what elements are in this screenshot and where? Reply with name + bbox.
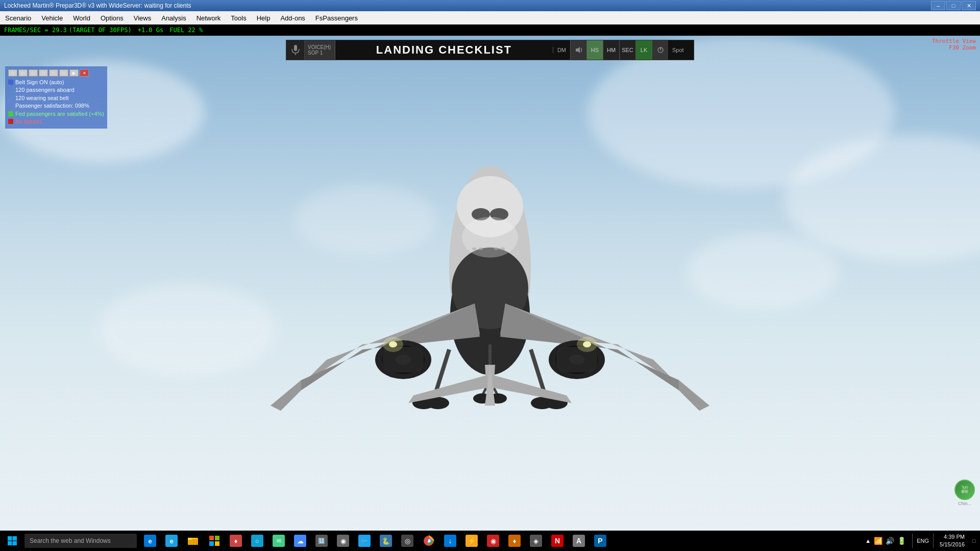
taskbar-ie-icon[interactable]: e xyxy=(161,531,182,551)
tray-battery-icon[interactable]: 🔋 xyxy=(896,536,907,546)
svg-rect-53 xyxy=(8,541,12,546)
corner-label: Throttle View F30 Zoom xyxy=(932,38,976,51)
svg-marker-48 xyxy=(576,47,580,53)
checklist-speaker-icon[interactable] xyxy=(570,40,586,60)
taskbar-bird-icon[interactable]: 🐦 xyxy=(354,531,375,551)
taskbar: e e ♦ ○ ✉ ☁ 🔢 xyxy=(0,531,980,551)
fuel-display: FUEL 22 % xyxy=(169,27,203,34)
fsp-indicator-1 xyxy=(8,80,13,85)
svg-rect-61 xyxy=(215,541,219,546)
svg-rect-52 xyxy=(13,536,17,541)
checklist-voice: VOICE(H) SOP 1 xyxy=(305,40,335,60)
minimize-button[interactable]: – xyxy=(931,1,945,10)
taskbar-app7-icon[interactable]: ✉ xyxy=(268,531,289,551)
menu-world[interactable]: World xyxy=(68,11,95,24)
social-widget: 飞行赛联 Chin... xyxy=(949,478,980,508)
notification-area-button[interactable]: □ xyxy=(971,531,977,551)
svg-point-39 xyxy=(577,337,597,352)
taskbar-tray: ▲ 📶 🔊 🔋 xyxy=(861,536,910,546)
taskbar-cloud-icon[interactable]: ☁ xyxy=(290,531,310,551)
fsp-btn-6[interactable]: □ xyxy=(59,69,68,77)
search-input[interactable] xyxy=(24,534,137,548)
menu-scenario[interactable]: Scenario xyxy=(0,11,36,24)
svg-rect-54 xyxy=(13,541,17,546)
svg-rect-51 xyxy=(8,536,12,541)
fsp-btn-7[interactable]: ▶ xyxy=(69,69,79,77)
menu-fspassengers[interactable]: FsPassengers xyxy=(310,11,363,24)
checklist-btn-hm[interactable]: HM xyxy=(603,40,619,60)
menu-analysis[interactable]: Analysis xyxy=(156,11,191,24)
taskbar-lightning-icon[interactable]: ⚡ xyxy=(461,531,482,551)
taskbar-app21-icon[interactable]: A xyxy=(569,531,589,551)
svg-marker-15 xyxy=(679,380,709,411)
tray-volume-icon[interactable]: 🔊 xyxy=(885,536,895,546)
taskbar-app22-icon[interactable]: P xyxy=(590,531,610,551)
tray-network-icon[interactable]: 📶 xyxy=(873,536,884,546)
tray-keyboard-lang[interactable]: ENG xyxy=(915,538,931,544)
fsp-btn-2[interactable]: □ xyxy=(18,69,28,77)
taskbar-download-icon[interactable]: ↓ xyxy=(440,531,460,551)
maximize-button[interactable]: □ xyxy=(946,1,961,10)
fsp-panel: □ □ □ □ □ □ ▶ ✕ Belt Sign ON (auto) 120 … xyxy=(5,66,107,129)
tray-expand-icon[interactable]: ▲ xyxy=(864,537,872,545)
fsp-btn-close[interactable]: ✕ xyxy=(80,69,89,77)
taskbar-explorer-icon[interactable] xyxy=(183,531,203,551)
checklist-spot-label: Spot xyxy=(668,47,694,53)
fsp-btn-5[interactable]: □ xyxy=(49,69,58,77)
svg-rect-56 xyxy=(188,539,198,545)
taskbar-app17-icon[interactable]: ◉ xyxy=(483,531,503,551)
taskbar-clock[interactable]: 4:39 PM 5/15/2016 xyxy=(936,533,969,549)
fsp-line-3: 120 wearing seat belt xyxy=(8,94,104,102)
statsbar: FRAMES/SEC = 29.3 (TARGET OF 30FPS) +1.0… xyxy=(0,24,980,36)
cloud xyxy=(98,283,277,375)
menu-help[interactable]: Help xyxy=(252,11,276,24)
taskbar-store-icon[interactable] xyxy=(204,531,225,551)
airplane xyxy=(260,145,720,452)
taskbar-edge-icon[interactable]: e xyxy=(140,531,160,551)
checklist-dm: DM xyxy=(553,47,570,53)
svg-marker-12 xyxy=(271,380,301,411)
fsp-indicator-5 xyxy=(8,111,13,116)
taskbar-app19-icon[interactable]: ◈ xyxy=(526,531,546,551)
fsp-line-1: Belt Sign ON (auto) xyxy=(8,79,104,86)
checklist-btn-sec[interactable]: SEC xyxy=(619,40,635,60)
menu-network[interactable]: Network xyxy=(191,11,226,24)
taskbar-lync-icon[interactable]: ♦ xyxy=(226,531,246,551)
svg-point-45 xyxy=(462,217,518,258)
taskbar-app20-icon[interactable]: N xyxy=(547,531,568,551)
checklist-power-icon[interactable] xyxy=(652,40,668,60)
simulation-area: VOICE(H) SOP 1 LANDING CHECKLIST DM HS H… xyxy=(0,36,980,531)
titlebar: Lockheed Martin® Prepar3D® v3 with WideS… xyxy=(0,0,980,11)
svg-rect-60 xyxy=(209,541,214,546)
fsp-toolbar: □ □ □ □ □ □ ▶ ✕ xyxy=(8,69,104,77)
menu-tools[interactable]: Tools xyxy=(226,11,251,24)
svg-line-24 xyxy=(436,349,449,390)
menu-views[interactable]: Views xyxy=(129,11,156,24)
start-button[interactable] xyxy=(0,531,24,551)
titlebar-controls: – □ ✕ xyxy=(931,1,976,10)
fsp-line-4: Passenger satisfaction: 098% xyxy=(8,102,104,110)
taskbar-chrome-icon[interactable] xyxy=(419,531,439,551)
taskbar-app18-icon[interactable]: ♦ xyxy=(504,531,525,551)
taskbar-calc-icon[interactable]: 🔢 xyxy=(311,531,332,551)
taskbar-app10-icon[interactable]: ◉ xyxy=(333,531,353,551)
close-button[interactable]: ✕ xyxy=(962,1,976,10)
taskbar-app6-icon[interactable]: ○ xyxy=(247,531,267,551)
taskbar-app13-icon[interactable]: ◎ xyxy=(397,531,418,551)
menu-options[interactable]: Options xyxy=(95,11,129,24)
svg-rect-59 xyxy=(215,536,219,540)
checklist-btn-hs[interactable]: HS xyxy=(586,40,603,60)
fsp-btn-1[interactable]: □ xyxy=(8,69,17,77)
taskbar-python-icon[interactable]: 🐍 xyxy=(376,531,396,551)
taskbar-icons: e e ♦ ○ ✉ ☁ 🔢 xyxy=(140,531,610,551)
fps-target: (TARGET OF 30FPS) xyxy=(69,27,132,34)
menu-addons[interactable]: Add-ons xyxy=(275,11,310,24)
checklist-btn-lk[interactable]: LK xyxy=(635,40,652,60)
fsp-btn-3[interactable]: □ xyxy=(29,69,38,77)
divider2 xyxy=(933,534,934,548)
social-circle[interactable]: 飞行赛联 xyxy=(954,480,975,500)
menubar: Scenario Vehicle World Options Views Ana… xyxy=(0,11,980,24)
taskbar-right: ▲ 📶 🔊 🔋 ENG 4:39 PM 5/15/2016 □ xyxy=(861,531,980,551)
fsp-btn-4[interactable]: □ xyxy=(39,69,48,77)
menu-vehicle[interactable]: Vehicle xyxy=(36,11,68,24)
